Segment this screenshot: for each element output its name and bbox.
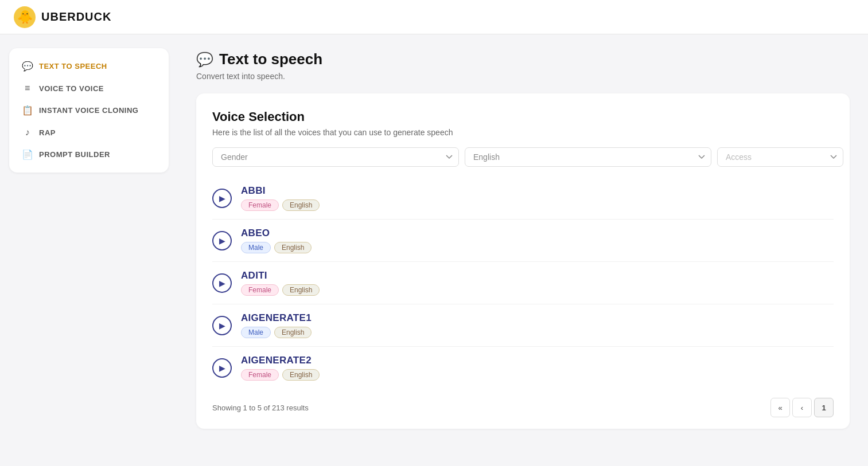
play-button-aigenerate1[interactable]: ▶ (212, 316, 232, 335)
logo-icon: 🐥 (14, 6, 36, 28)
voice-row: ▶ ABBI Female English (212, 177, 834, 220)
sidebar-item-rap[interactable]: ♪ RAP (14, 122, 164, 143)
pagination-controls: « ‹ 1 (770, 398, 834, 417)
sidebar-item-label: TEXT TO SPEECH (39, 62, 107, 71)
voice-row: ▶ ABEO Male English (212, 220, 834, 262)
sidebar-item-label: VOICE TO VOICE (39, 84, 104, 93)
sidebar-item-text-to-speech[interactable]: 💬 TEXT TO SPEECH (14, 55, 164, 77)
current-page-button[interactable]: 1 (814, 398, 834, 417)
voice-name: ABEO (241, 228, 834, 239)
gender-tag: Female (241, 199, 279, 211)
voice-info-aigenerate1: AIGENERATE1 Male English (241, 312, 834, 338)
voice-info-abbi: ABBI Female English (241, 185, 834, 211)
gender-filter[interactable]: Gender Female Male (212, 147, 459, 167)
gender-tag: Female (241, 284, 279, 296)
sidebar-item-label: PROMPT BUILDER (39, 150, 110, 159)
pagination-info: Showing 1 to 5 of 213 results (212, 404, 309, 412)
sidebar-card: 💬 TEXT TO SPEECH ≡ VOICE TO VOICE 📋 INST… (9, 48, 169, 173)
voice-tags: Female English (241, 199, 834, 211)
play-button-abeo[interactable]: ▶ (212, 231, 232, 250)
voice-name: AIGENERATE1 (241, 312, 834, 324)
gender-tag: Male (241, 327, 271, 338)
voice-info-aigenerate2: AIGENERATE2 Female English (241, 355, 834, 381)
voice-tags: Male English (241, 327, 834, 338)
voice-tags: Female English (241, 284, 834, 296)
voice-selection-description: Here is the list of all the voices that … (212, 128, 834, 137)
voice-tags: Female English (241, 369, 834, 381)
language-filter[interactable]: English Spanish French (465, 147, 711, 167)
gender-tag: Female (241, 369, 279, 381)
voice-name: ADITI (241, 270, 834, 281)
clipboard-icon: 📋 (22, 105, 33, 116)
page-title: Text to speech (219, 50, 322, 68)
voice-name: AIGENERATE2 (241, 355, 834, 366)
voice-info-abeo: ABEO Male English (241, 228, 834, 253)
voice-selection-title: Voice Selection (212, 109, 834, 124)
access-filter[interactable]: Access Free Premium (717, 147, 843, 167)
main-content: 💬 Text to speech Convert text into speec… (178, 34, 868, 466)
play-button-aditi[interactable]: ▶ (212, 273, 232, 293)
sidebar-item-label: INSTANT VOICE CLONING (39, 106, 138, 115)
language-tag: English (282, 199, 320, 211)
chat-icon: 💬 (22, 61, 33, 72)
sidebar-item-label: RAP (39, 128, 56, 137)
sidebar: 💬 TEXT TO SPEECH ≡ VOICE TO VOICE 📋 INST… (0, 34, 178, 466)
sidebar-item-voice-to-voice[interactable]: ≡ VOICE TO VOICE (14, 77, 164, 99)
voice-row: ▶ AIGENERATE2 Female English (212, 347, 834, 389)
page-header: 💬 Text to speech (196, 50, 850, 68)
app-name: UBERDUCK (41, 10, 111, 24)
voice-list: ▶ ABBI Female English ▶ ABEO Male (212, 177, 834, 389)
language-tag: English (282, 284, 320, 296)
voice-info-aditi: ADITI Female English (241, 270, 834, 296)
gender-tag: Male (241, 242, 271, 253)
page-subtitle: Convert text into speech. (196, 72, 850, 81)
filters-row: Gender Female Male English Spanish Frenc… (212, 147, 834, 167)
header: 🐥 UBERDUCK (0, 0, 868, 34)
page-title-icon: 💬 (196, 52, 213, 68)
pagination-row: Showing 1 to 5 of 213 results « ‹ 1 (212, 398, 834, 417)
voice-name: ABBI (241, 185, 834, 197)
sidebar-item-instant-voice-cloning[interactable]: 📋 INSTANT VOICE CLONING (14, 99, 164, 122)
language-tag: English (274, 242, 312, 253)
sidebar-item-prompt-builder[interactable]: 📄 PROMPT BUILDER (14, 143, 164, 166)
first-page-button[interactable]: « (770, 398, 790, 417)
language-tag: English (282, 369, 320, 381)
prev-page-button[interactable]: ‹ (792, 398, 812, 417)
voice-row: ▶ AIGENERATE1 Male English (212, 304, 834, 347)
play-button-aigenerate2[interactable]: ▶ (212, 358, 232, 378)
voice-row: ▶ ADITI Female English (212, 262, 834, 304)
document-icon: 📄 (22, 149, 33, 160)
language-tag: English (274, 327, 312, 338)
voice-selection-card: Voice Selection Here is the list of all … (196, 93, 850, 429)
lines-icon: ≡ (22, 83, 33, 93)
music-icon: ♪ (22, 127, 33, 138)
voice-tags: Male English (241, 242, 834, 253)
play-button-abbi[interactable]: ▶ (212, 189, 232, 208)
